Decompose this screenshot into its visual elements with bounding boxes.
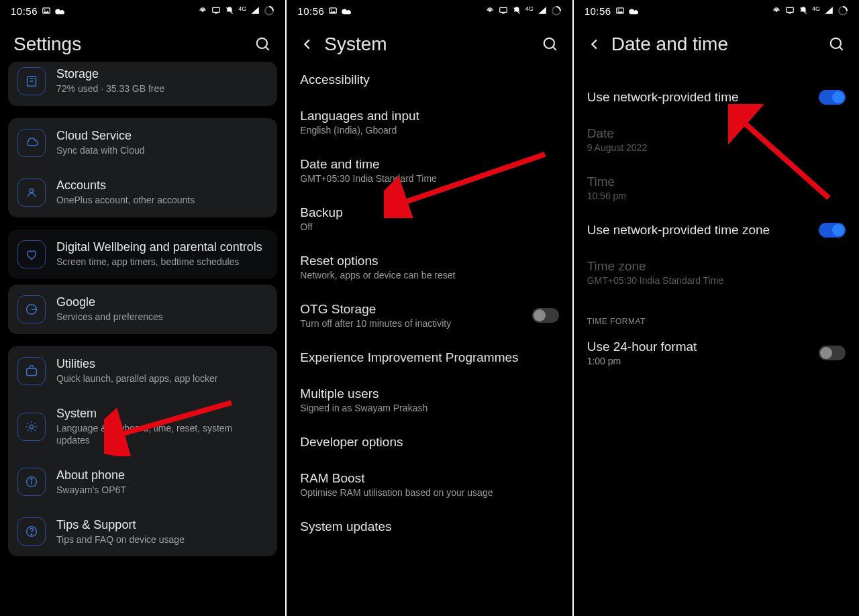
- group-google: Google Services and preferences: [8, 285, 277, 334]
- status-time: 10:56: [585, 5, 611, 17]
- row-developer[interactable]: Developer options: [291, 424, 568, 460]
- timezone-value: GMT+05:30 India Standard Time: [587, 275, 846, 286]
- reset-sub: Network, apps or device can be reset: [300, 270, 558, 280]
- row-languages[interactable]: Languages and input English (India), Gbo…: [291, 98, 568, 146]
- backup-sub: Off: [300, 221, 558, 232]
- search-icon: [254, 36, 272, 53]
- row-accounts[interactable]: Accounts OnePlus account, other accounts: [8, 168, 277, 217]
- svg-point-1: [44, 9, 46, 11]
- group-storage: Storage 72% used · 35.33 GB free: [8, 62, 277, 106]
- google-sub: Services and preferences: [56, 311, 268, 323]
- multi-title: Multiple users: [300, 387, 558, 401]
- network-tag: 4G: [238, 5, 246, 12]
- row-backup[interactable]: Backup Off: [291, 195, 568, 243]
- svg-point-7: [257, 38, 267, 48]
- tips-title: Tips & Support: [56, 518, 268, 532]
- row-tips[interactable]: Tips & Support Tips and FAQ on device us…: [8, 507, 277, 556]
- svg-line-40: [840, 47, 843, 50]
- search-button[interactable]: [828, 36, 846, 53]
- otg-toggle[interactable]: [532, 308, 559, 323]
- utilities-sub: Quick launch, parallel apps, app locker: [56, 372, 268, 384]
- svg-point-18: [31, 479, 32, 480]
- datetime-sub: GMT+05:30 India Standard Time: [300, 173, 558, 184]
- status-time: 10:56: [11, 5, 38, 17]
- row-accessibility[interactable]: Accessibility: [291, 62, 568, 98]
- svg-point-20: [31, 534, 32, 535]
- hotspot-icon: [772, 6, 781, 15]
- row-system[interactable]: System Language & keyboard, time, reset,…: [8, 396, 277, 457]
- row-reset[interactable]: Reset options Network, apps or device ca…: [291, 243, 568, 291]
- system-title: System: [56, 407, 268, 421]
- help-icon: [17, 517, 46, 546]
- time-title: Time: [587, 174, 846, 189]
- row-timezone: Time zone GMT+05:30 India Standard Time: [578, 248, 855, 297]
- chevron-left-icon: [587, 37, 602, 52]
- row-utilities[interactable]: Utilities Quick launch, parallel apps, a…: [8, 346, 277, 396]
- mute-icon: [799, 6, 808, 15]
- signal-icon: [250, 6, 260, 15]
- network-time-title: Use network-provided time: [587, 90, 812, 105]
- languages-sub: English (India), Gboard: [300, 125, 558, 136]
- page-title: System: [324, 34, 387, 55]
- info-icon: [17, 468, 46, 496]
- phone-settings: 10:56 4G Settings Storage 72% use: [0, 0, 285, 616]
- row-google[interactable]: Google Services and preferences: [8, 285, 277, 334]
- time-value: 10:56 pm: [587, 191, 846, 201]
- loading-icon: [264, 5, 274, 16]
- row-ramboost[interactable]: RAM Boost Optimise RAM utilisation based…: [291, 460, 568, 509]
- svg-rect-4: [215, 13, 218, 14]
- image-indicator-icon: [328, 6, 338, 15]
- row-network-time[interactable]: Use network-provided time: [578, 79, 855, 115]
- accounts-icon: [17, 178, 46, 207]
- hr24-toggle[interactable]: [819, 346, 846, 360]
- back-button[interactable]: [587, 37, 602, 52]
- about-title: About phone: [56, 468, 268, 482]
- row-cloud[interactable]: Cloud Service Sync data with Cloud: [8, 118, 277, 168]
- page-title: Settings: [13, 34, 81, 55]
- row-systemupdates[interactable]: System updates: [291, 509, 568, 545]
- network-zone-toggle[interactable]: [819, 223, 846, 238]
- row-about[interactable]: About phone Swayam's OP6T: [8, 457, 277, 507]
- svg-point-12: [30, 189, 34, 193]
- signal-icon: [538, 6, 547, 15]
- toolbox-icon: [17, 357, 46, 385]
- svg-point-2: [202, 10, 203, 11]
- svg-point-29: [544, 38, 554, 48]
- row-datetime[interactable]: Date and time GMT+05:30 India Standard T…: [291, 146, 568, 195]
- row-24h[interactable]: Use 24-hour format 1:00 pm: [578, 329, 855, 377]
- heart-icon: [17, 240, 46, 268]
- system-sub: Language & keyboard, time, reset, system…: [56, 422, 268, 446]
- search-button[interactable]: [542, 36, 559, 53]
- signal-icon: [824, 6, 833, 15]
- header: Settings: [0, 21, 285, 62]
- loading-icon: [838, 5, 848, 16]
- google-title: Google: [56, 295, 268, 309]
- cloud-title: Cloud Service: [56, 129, 268, 143]
- svg-point-23: [331, 9, 332, 11]
- svg-line-8: [266, 47, 269, 50]
- languages-title: Languages and input: [300, 109, 558, 123]
- row-network-zone[interactable]: Use network-provided time zone: [578, 212, 855, 248]
- status-bar: 10:56 4G: [287, 0, 572, 21]
- network-time-toggle[interactable]: [819, 90, 846, 105]
- timezone-title: Time zone: [587, 259, 846, 274]
- cast-icon: [499, 6, 508, 15]
- phone-system: 10:56 4G System Accessibility: [287, 0, 572, 616]
- date-value: 9 August 2022: [587, 142, 846, 153]
- cloud-icon: [17, 129, 46, 157]
- experience-title: Experience Improvement Programmes: [300, 350, 558, 365]
- header: Date and time: [574, 21, 859, 62]
- row-multiusers[interactable]: Multiple users Signed in as Swayam Praka…: [291, 376, 568, 424]
- loading-icon: [551, 5, 562, 16]
- row-storage[interactable]: Storage 72% used · 35.33 GB free: [8, 62, 277, 106]
- mute-icon: [512, 6, 521, 15]
- developer-title: Developer options: [300, 435, 558, 450]
- tips-sub: Tips and FAQ on device usage: [56, 533, 268, 546]
- back-button[interactable]: [300, 37, 315, 52]
- row-experience[interactable]: Experience Improvement Programmes: [291, 340, 568, 376]
- row-otg[interactable]: OTG Storage Turn off after 10 minutes of…: [291, 291, 568, 340]
- hr24-title: Use 24-hour format: [587, 340, 812, 354]
- search-button[interactable]: [254, 36, 272, 53]
- image-indicator-icon: [42, 6, 51, 15]
- row-wellbeing[interactable]: Digital Wellbeing and parental controls …: [8, 229, 277, 279]
